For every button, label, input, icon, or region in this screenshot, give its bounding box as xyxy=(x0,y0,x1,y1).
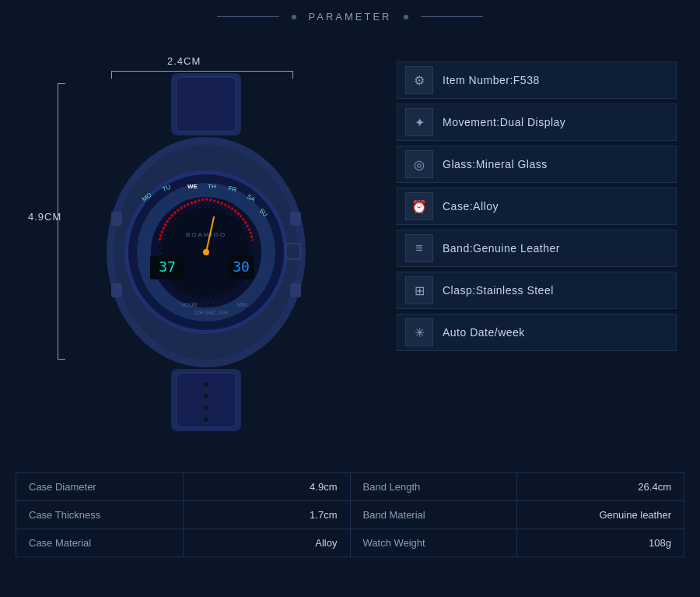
header-dot-left xyxy=(292,15,296,19)
svg-rect-1 xyxy=(177,77,236,132)
table-row-2: Case Thickness 1.7cm Band Material Genui… xyxy=(16,501,684,529)
spec-date: ✳ Auto Date/week xyxy=(397,314,677,351)
svg-point-6 xyxy=(204,406,208,410)
svg-text:WE: WE xyxy=(187,183,198,190)
clasp-icon: ⊞ xyxy=(405,276,433,304)
spec-movement-text: Movement:Dual Display xyxy=(443,116,565,128)
main-content: 2.4CM 4.9CM xyxy=(0,30,700,466)
header-line-right xyxy=(421,16,483,17)
specs-table: Case Diameter 4.9cm Band Length 26.4cm C… xyxy=(16,472,684,557)
svg-rect-15 xyxy=(111,283,122,297)
spec-band-text: Band:Genuine Leather xyxy=(443,242,560,255)
svg-text:37: 37 xyxy=(159,258,176,275)
header-section: PARAMETER xyxy=(0,0,700,30)
band-length-label: Band Length xyxy=(351,473,518,500)
svg-point-4 xyxy=(204,382,208,387)
table-row-3: Case Material Alloy Watch Weight 108g xyxy=(16,529,684,557)
watch-image-container: MO TU WE TH FR SA SU 37 30 xyxy=(86,73,327,431)
height-label: 4.9CM xyxy=(28,211,61,223)
table-row-1: Case Diameter 4.9cm Band Length 26.4cm xyxy=(16,473,684,501)
case-thickness-label: Case Thickness xyxy=(16,501,184,529)
spec-band: ≡ Band:Genuine Leather xyxy=(397,230,677,267)
svg-rect-16 xyxy=(290,212,301,226)
svg-text:30: 30 xyxy=(233,258,250,275)
specs-section: ⚙ Item Number:F538 ✦ Movement:Dual Displ… xyxy=(397,38,677,458)
watch-weight-value: 108g xyxy=(517,529,684,557)
svg-point-7 xyxy=(204,417,208,422)
header-dot-right xyxy=(404,15,408,19)
width-label: 2.4CM xyxy=(167,55,201,67)
case-material-value: Alloy xyxy=(184,529,351,557)
spec-glass-text: Glass:Mineral Glass xyxy=(443,158,548,170)
svg-text:TH: TH xyxy=(208,183,216,190)
spec-item-number: ⚙ Item Number:F538 xyxy=(397,61,677,99)
svg-text:MIN: MIN xyxy=(237,302,247,307)
item-number-icon: ⚙ xyxy=(405,66,433,94)
band-length-value: 26.4cm xyxy=(517,473,684,500)
spec-item-number-text: Item Number:F538 xyxy=(443,74,540,86)
svg-point-34 xyxy=(203,249,209,255)
svg-rect-13 xyxy=(287,244,299,258)
watch-diagram-section: 2.4CM 4.9CM xyxy=(23,38,381,458)
spec-movement: ✦ Movement:Dual Display xyxy=(397,104,677,141)
case-diameter-label: Case Diameter xyxy=(16,473,184,500)
svg-rect-17 xyxy=(290,283,301,297)
case-icon: ⏰ xyxy=(405,192,433,220)
svg-rect-14 xyxy=(111,212,122,226)
svg-text:BOAMIGO: BOAMIGO xyxy=(186,231,226,238)
date-icon: ✳ xyxy=(405,318,433,346)
case-thickness-value: 1.7cm xyxy=(184,501,351,529)
svg-text:12H   SEC   24H: 12H SEC 24H xyxy=(194,310,228,315)
band-material-label: Band Material xyxy=(351,501,518,529)
case-material-label: Case Material xyxy=(16,529,184,557)
header-line-left xyxy=(217,16,279,17)
watch-weight-label: Watch Weight xyxy=(351,529,518,557)
watch-svg: MO TU WE TH FR SA SU 37 30 xyxy=(89,73,323,431)
spec-clasp-text: Clasp:Stainless Steel xyxy=(443,284,554,297)
spec-clasp: ⊞ Clasp:Stainless Steel xyxy=(397,272,677,309)
movement-icon: ✦ xyxy=(405,108,433,136)
spec-glass: ◎ Glass:Mineral Glass xyxy=(397,146,677,183)
svg-point-5 xyxy=(204,394,208,399)
spec-case: ⏰ Case:Alloy xyxy=(397,188,677,225)
case-diameter-value: 4.9cm xyxy=(184,473,351,500)
band-material-value: Genuine leather xyxy=(517,501,684,529)
spec-date-text: Auto Date/week xyxy=(443,326,525,339)
band-icon: ≡ xyxy=(405,234,433,262)
svg-text:HOUR: HOUR xyxy=(181,302,198,307)
glass-icon: ◎ xyxy=(405,150,433,178)
spec-case-text: Case:Alloy xyxy=(443,200,499,212)
header-title: PARAMETER xyxy=(309,11,392,23)
